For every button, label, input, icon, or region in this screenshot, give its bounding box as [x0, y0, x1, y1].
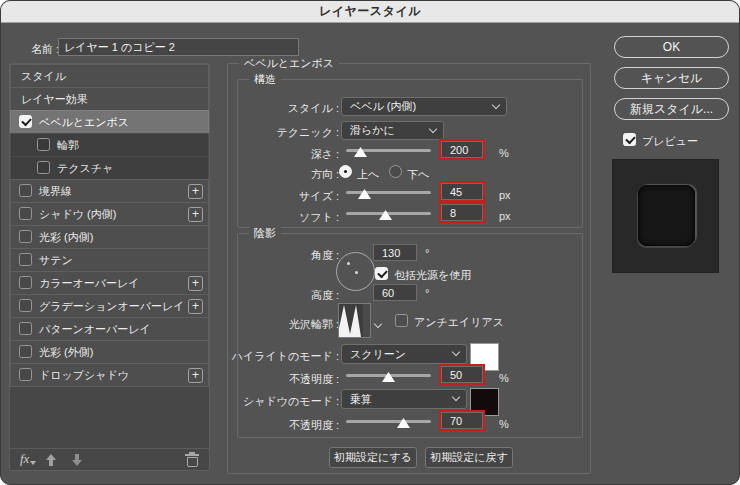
- contour-checkbox[interactable]: [37, 138, 50, 151]
- shadow-opacity-label: 不透明度 :: [219, 418, 339, 433]
- angle-value-field[interactable]: 130: [373, 244, 417, 261]
- sidebar-item-label: グラデーションオーバーレイ: [39, 295, 185, 317]
- ok-button[interactable]: OK: [614, 36, 729, 58]
- shadow-opacity-slider[interactable]: [346, 415, 431, 428]
- add-instance-icon[interactable]: +: [188, 276, 203, 291]
- soften-label: ソフト :: [219, 210, 339, 225]
- style-label: スタイル :: [219, 101, 339, 116]
- highlight-opacity-unit: %: [499, 372, 509, 384]
- direction-down-radio[interactable]: [389, 165, 402, 178]
- sidebar-item-inner-glow[interactable]: 光彩 (内側): [10, 225, 209, 249]
- cancel-button[interactable]: キャンセル: [614, 67, 729, 89]
- sidebar-item-inner-shadow[interactable]: シャドウ (内側)+: [10, 202, 209, 226]
- anti-alias-checkbox[interactable]: [395, 314, 408, 327]
- sidebar-item-label: テクスチャ: [57, 157, 113, 179]
- gloss-contour-label: 光沢輪郭 :: [219, 317, 339, 332]
- global-light-label: 包括光源を使用: [394, 268, 471, 283]
- sidebar-item-label: カラーオーバーレイ: [39, 272, 140, 294]
- gradient-overlay-checkbox[interactable]: [19, 299, 32, 312]
- angle-dial[interactable]: [336, 252, 375, 291]
- sidebar-item-gradient-overlay[interactable]: グラデーションオーバーレイ+: [10, 294, 209, 318]
- size-slider[interactable]: [346, 186, 431, 199]
- outer-glow-checkbox[interactable]: [19, 345, 32, 358]
- title-bar: レイヤースタイル: [1, 1, 739, 23]
- add-instance-icon[interactable]: +: [188, 368, 203, 383]
- size-value-highlight: 45: [439, 181, 485, 202]
- bevel-emboss-checkbox[interactable]: [19, 115, 32, 128]
- highlight-opacity-label: 不透明度 :: [219, 372, 339, 387]
- shadow-opacity-unit: %: [499, 418, 509, 430]
- highlight-mode-dropdown[interactable]: スクリーン: [341, 344, 467, 364]
- global-light-checkbox[interactable]: [375, 267, 388, 280]
- anti-alias-label: アンチエイリアス: [414, 315, 504, 330]
- depth-label: 深さ :: [219, 147, 339, 162]
- satin-checkbox[interactable]: [19, 253, 32, 266]
- technique-value: 滑らかに: [350, 123, 395, 138]
- technique-label: テクニック :: [219, 125, 339, 140]
- sidebar-item-label: スタイル: [21, 65, 66, 87]
- sidebar-item-label: ドロップシャドウ: [39, 364, 129, 386]
- sidebar-item-satin[interactable]: サテン: [10, 248, 209, 272]
- drop-shadow-checkbox[interactable]: [19, 368, 32, 381]
- shadow-mode-dropdown[interactable]: 乗算: [341, 389, 467, 409]
- altitude-label: 高度 :: [219, 288, 339, 303]
- sidebar-item-layer-effects[interactable]: レイヤー効果: [10, 87, 209, 111]
- move-effect-down-icon[interactable]: [72, 454, 82, 466]
- depth-slider[interactable]: [346, 144, 431, 157]
- highlight-opacity-highlight: 50: [439, 364, 485, 385]
- make-default-button[interactable]: 初期設定にする: [329, 447, 417, 468]
- name-input[interactable]: [58, 38, 299, 56]
- sidebar-item-color-overlay[interactable]: カラーオーバーレイ+: [10, 271, 209, 295]
- soften-unit: px: [499, 210, 511, 222]
- direction-label: 方向 :: [219, 167, 339, 182]
- chevron-down-icon: [452, 348, 460, 356]
- direction-up-radio[interactable]: [339, 165, 352, 178]
- add-instance-icon[interactable]: +: [188, 184, 203, 199]
- sidebar-item-pattern-overlay[interactable]: パターンオーバーレイ: [10, 317, 209, 341]
- effects-list: スタイル レイヤー効果 ベベルとエンボス 輪郭 テクスチャ 境界線+ シャドウ …: [9, 63, 210, 471]
- sidebar-item-stroke[interactable]: 境界線+: [10, 179, 209, 203]
- add-instance-icon[interactable]: +: [188, 207, 203, 222]
- preview-checkbox[interactable]: [623, 133, 636, 146]
- soften-value-field[interactable]: 8: [441, 204, 483, 221]
- fx-menu-button[interactable]: fx: [20, 451, 29, 467]
- sidebar-item-drop-shadow[interactable]: ドロップシャドウ+: [10, 363, 209, 387]
- shadow-opacity-field[interactable]: 70: [441, 412, 483, 429]
- shading-legend: 陰影: [249, 226, 281, 241]
- add-instance-icon[interactable]: +: [188, 299, 203, 314]
- technique-dropdown[interactable]: 滑らかに: [341, 121, 444, 140]
- chevron-down-icon: [452, 393, 460, 401]
- inner-shadow-checkbox[interactable]: [19, 207, 32, 220]
- sidebar-item-bevel-emboss[interactable]: ベベルとエンボス: [10, 110, 209, 134]
- depth-value-field[interactable]: 200: [441, 141, 483, 158]
- bevel-style-value: ベベル (内側): [350, 99, 416, 114]
- preview-bevel-square: [638, 185, 695, 246]
- sidebar-item-texture[interactable]: テクスチャ: [10, 156, 209, 180]
- reset-default-button[interactable]: 初期設定に戻す: [425, 447, 513, 468]
- color-overlay-checkbox[interactable]: [19, 276, 32, 289]
- sidebar-item-label: 光彩 (内側): [39, 226, 93, 248]
- texture-checkbox[interactable]: [37, 161, 50, 174]
- sidebar-item-label: サテン: [39, 249, 73, 271]
- sidebar-item-contour[interactable]: 輪郭: [10, 133, 209, 157]
- shadow-mode-value: 乗算: [350, 392, 372, 407]
- pattern-overlay-checkbox[interactable]: [19, 322, 32, 335]
- inner-glow-checkbox[interactable]: [19, 230, 32, 243]
- size-value-field[interactable]: 45: [441, 183, 483, 200]
- direction-down-label: 下へ: [407, 167, 429, 182]
- soften-slider[interactable]: [346, 207, 431, 220]
- angle-label: 角度 :: [219, 248, 339, 263]
- stroke-checkbox[interactable]: [19, 184, 32, 197]
- size-unit: px: [499, 189, 511, 201]
- gloss-contour-thumbnail[interactable]: [338, 303, 371, 338]
- new-style-button[interactable]: 新規スタイル...: [614, 98, 729, 120]
- sidebar-item-styles[interactable]: スタイル: [10, 64, 209, 88]
- sidebar-item-outer-glow[interactable]: 光彩 (外側): [10, 340, 209, 364]
- altitude-value-field[interactable]: 60: [373, 284, 417, 301]
- soften-value-highlight: 8: [439, 202, 485, 223]
- highlight-opacity-field[interactable]: 50: [441, 366, 483, 383]
- move-effect-up-icon[interactable]: [46, 454, 56, 466]
- delete-effect-icon[interactable]: [185, 452, 199, 467]
- highlight-opacity-slider[interactable]: [346, 369, 431, 382]
- bevel-style-dropdown[interactable]: ベベル (内側): [341, 97, 507, 116]
